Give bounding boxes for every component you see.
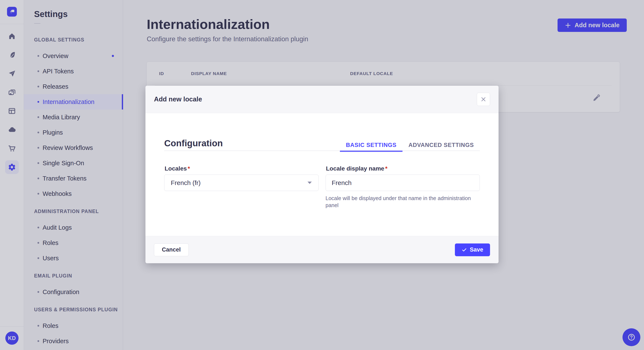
locales-label: Locales*: [164, 165, 318, 172]
tabs-divider: [164, 151, 480, 151]
locale-display-name-label: Locale display name*: [326, 165, 480, 172]
modal-title: Add new locale: [154, 95, 202, 103]
save-button-label: Save: [470, 246, 483, 253]
check-icon: [462, 247, 467, 252]
modal-close-button[interactable]: [477, 93, 490, 106]
modal-body: Configuration BASIC SETTINGSADVANCED SET…: [146, 113, 498, 236]
locales-select[interactable]: French (fr): [164, 175, 318, 191]
tab-advanced-settings[interactable]: ADVANCED SETTINGS: [402, 140, 480, 151]
locales-field: Locales* French (fr): [164, 165, 318, 209]
settings-tabs: BASIC SETTINGSADVANCED SETTINGS: [340, 140, 480, 151]
save-button[interactable]: Save: [455, 243, 490, 256]
add-locale-modal: Add new locale Configuration BASIC SETTI…: [146, 86, 498, 263]
modal-header: Add new locale: [146, 86, 498, 113]
locales-select-value: French (fr): [171, 179, 200, 186]
tab-basic-settings[interactable]: BASIC SETTINGS: [340, 140, 402, 151]
form-fields-row: Locales* French (fr) Locale display name…: [164, 165, 480, 209]
strapi-settings-screen: KD Settings GLOBAL SETTINGSOverviewAPI T…: [0, 0, 644, 350]
required-asterisk: *: [385, 165, 388, 172]
close-icon: [480, 96, 486, 103]
required-asterisk: *: [188, 165, 190, 172]
locale-display-name-input[interactable]: [326, 175, 480, 191]
display-name-field: Locale display name* Locale will be disp…: [326, 165, 480, 209]
chevron-down-icon: [307, 181, 312, 184]
modal-footer: Cancel Save: [146, 236, 498, 263]
configuration-header-row: Configuration BASIC SETTINGSADVANCED SET…: [164, 138, 480, 151]
cancel-button[interactable]: Cancel: [154, 243, 189, 256]
display-name-hint: Locale will be displayed under that name…: [326, 195, 480, 209]
